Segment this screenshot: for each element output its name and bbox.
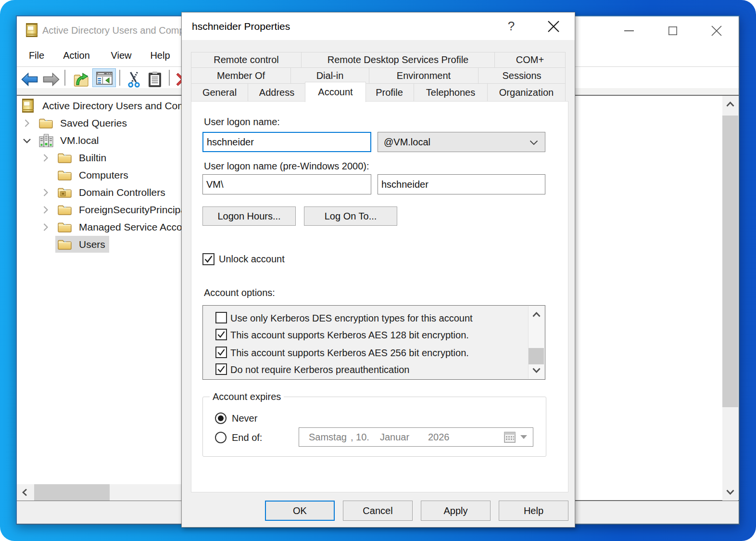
- dialog-title: hschneider Properties: [192, 13, 290, 40]
- tab-dial-in[interactable]: Dial-in: [290, 67, 369, 84]
- chevron-right-icon[interactable]: [43, 206, 48, 214]
- menu-help[interactable]: Help: [146, 45, 174, 66]
- tree-item-label: Computers: [79, 167, 128, 184]
- folder-icon: [58, 221, 72, 232]
- chevron-right-icon[interactable]: [43, 223, 48, 231]
- hscroll-thumb[interactable]: [34, 484, 110, 501]
- tab-general[interactable]: General: [191, 83, 248, 102]
- date-dropdown-icon[interactable]: [519, 435, 528, 439]
- tab-rds-profile[interactable]: Remote Desktop Services Profile: [301, 52, 495, 68]
- scroll-left-button[interactable]: [17, 484, 33, 501]
- menu-view[interactable]: View: [106, 45, 136, 66]
- option-des-encryption[interactable]: Use only Kerberos DES encryption types f…: [203, 309, 545, 327]
- account-expires-group: Account expires Never End of: Samstag , …: [202, 397, 546, 457]
- expiry-date-picker[interactable]: Samstag , 10. Januar 2026: [299, 427, 533, 447]
- maximize-button[interactable]: [657, 16, 688, 45]
- option-no-preauth[interactable]: Do not require Kerberos preauthenticatio…: [203, 361, 545, 378]
- tab-remote-control[interactable]: Remote control: [191, 52, 302, 68]
- apply-button[interactable]: Apply: [421, 501, 491, 521]
- option-checkbox[interactable]: [215, 363, 227, 375]
- domain-suffix-value: @VM.local: [384, 137, 430, 148]
- properties-dialog: hschneider Properties ? Remote control R…: [181, 12, 575, 528]
- folder-icon: [58, 152, 72, 163]
- minimize-button[interactable]: [614, 16, 644, 45]
- unlock-account-label: Unlock account: [219, 254, 285, 265]
- chevron-right-icon[interactable]: [25, 119, 29, 127]
- menu-action[interactable]: Action: [56, 45, 97, 66]
- toolbar-separator: [64, 70, 65, 86]
- calendar-icon: [504, 432, 516, 443]
- account-options-listbox[interactable]: Use only Kerberos DES encryption types f…: [202, 305, 545, 380]
- chevron-right-icon[interactable]: [43, 154, 48, 162]
- domain-suffix-select[interactable]: @VM.local: [378, 132, 545, 152]
- account-options-label: Account options:: [204, 287, 275, 298]
- console-tree-toggle-button[interactable]: [92, 68, 116, 87]
- pre2000-domain-input[interactable]: VM\: [202, 174, 371, 194]
- date-weekday: Samstag: [309, 428, 347, 446]
- never-radio[interactable]: [215, 412, 227, 424]
- option-checkbox[interactable]: [215, 329, 227, 340]
- back-icon[interactable]: [21, 73, 38, 86]
- scroll-down-button[interactable]: [722, 484, 738, 501]
- tab-telephones[interactable]: Telephones: [414, 83, 488, 102]
- tab-account-active[interactable]: Account: [305, 82, 366, 102]
- date-day: , 10.: [351, 428, 369, 446]
- up-level-icon[interactable]: [74, 73, 89, 87]
- vscroll-thumb[interactable]: [722, 116, 738, 407]
- tab-com-plus[interactable]: COM+: [494, 52, 566, 68]
- log-on-to-button[interactable]: Log On To...: [304, 206, 397, 226]
- user-logon-name-input[interactable]: hschneider: [202, 132, 371, 152]
- chevron-down-icon[interactable]: [23, 138, 31, 143]
- scroll-down-icon[interactable]: [532, 368, 541, 373]
- pre2000-name-input[interactable]: hschneider: [378, 174, 545, 194]
- option-checkbox[interactable]: [215, 347, 227, 358]
- unlock-account-checkbox[interactable]: [202, 253, 214, 265]
- tab-sessions[interactable]: Sessions: [478, 67, 566, 84]
- combo-chevron-icon: [529, 140, 538, 145]
- logon-hours-button[interactable]: Logon Hours...: [202, 206, 296, 226]
- aduc-root-icon: [22, 99, 34, 113]
- folder-icon: [58, 204, 72, 215]
- listbox-scrollbar[interactable]: [528, 306, 544, 379]
- user-logon-name-label: User logon name:: [204, 116, 280, 128]
- tab-environment[interactable]: Environment: [369, 67, 479, 84]
- domain-icon: [39, 134, 53, 147]
- end-of-radio[interactable]: [215, 432, 227, 443]
- scroll-up-icon[interactable]: [532, 312, 541, 317]
- option-aes256[interactable]: This account supports Kerberos AES 256 b…: [203, 344, 545, 361]
- dialog-help-button[interactable]: ?: [501, 13, 521, 40]
- help-button[interactable]: Help: [499, 501, 568, 521]
- tab-row-2: Member Of Dial-in Environment Sessions: [191, 67, 566, 84]
- ok-button[interactable]: OK: [265, 501, 335, 521]
- option-checkbox[interactable]: [215, 312, 227, 323]
- account-expires-label: Account expires: [210, 391, 284, 402]
- tab-profile[interactable]: Profile: [365, 83, 414, 102]
- tab-address[interactable]: Address: [248, 83, 306, 102]
- tab-member-of[interactable]: Member Of: [191, 67, 291, 84]
- tree-item-label: Users: [79, 236, 105, 253]
- listbox-scroll-thumb[interactable]: [529, 348, 544, 364]
- checkmark-icon: [204, 255, 213, 264]
- option-aes128[interactable]: This account supports Kerberos AES 128 b…: [203, 326, 545, 344]
- folder-icon: [39, 117, 53, 129]
- close-button[interactable]: [701, 16, 732, 45]
- cut-icon[interactable]: [127, 71, 141, 88]
- forward-icon[interactable]: [43, 73, 60, 86]
- menu-file[interactable]: File: [25, 45, 48, 66]
- date-year: 2026: [428, 428, 450, 446]
- chevron-right-icon[interactable]: [43, 189, 48, 196]
- scroll-up-button[interactable]: [722, 96, 738, 113]
- list-vertical-scrollbar[interactable]: [722, 96, 738, 501]
- checkmark-icon: [217, 348, 226, 357]
- user-logon-name-value: hschneider: [207, 137, 254, 148]
- tab-row-3: General Address Profile Telephones Organ…: [191, 83, 566, 102]
- option-label: This account supports Kerberos AES 256 b…: [230, 344, 469, 361]
- end-of-label: End of:: [232, 432, 262, 443]
- tab-organization[interactable]: Organization: [487, 83, 566, 102]
- folder-icon: [58, 169, 72, 180]
- dialog-close-button[interactable]: [547, 20, 560, 33]
- date-month: Januar: [380, 428, 409, 446]
- paste-icon[interactable]: [148, 71, 162, 88]
- dialog-titlebar: hschneider Properties ?: [182, 13, 575, 40]
- cancel-button[interactable]: Cancel: [343, 501, 413, 521]
